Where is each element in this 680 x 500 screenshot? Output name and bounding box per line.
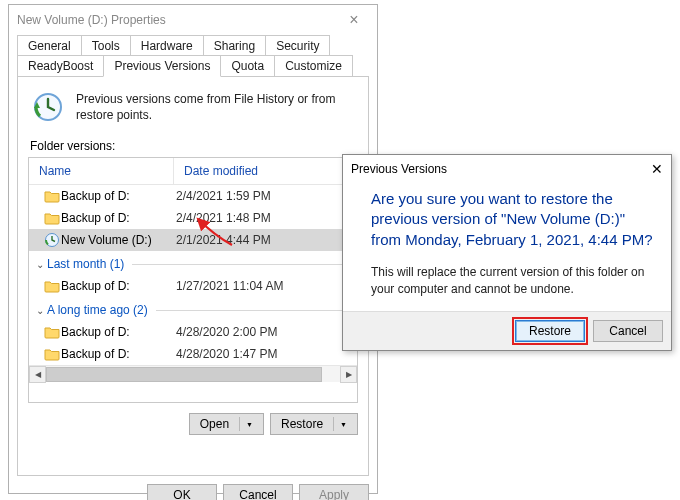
item-date: 2/1/2021 4:44 PM	[176, 233, 271, 247]
scroll-left-button[interactable]: ◀	[29, 366, 46, 383]
cancel-button[interactable]: Cancel	[223, 484, 293, 500]
tab-tools[interactable]: Tools	[81, 35, 131, 56]
chevron-down-icon: ⌄	[33, 259, 47, 270]
dialog-sub-instruction: This will replace the current version of…	[371, 264, 653, 298]
tab-sharing[interactable]: Sharing	[203, 35, 266, 56]
item-date: 1/27/2021 11:04 AM	[176, 279, 283, 293]
versions-list[interactable]: Name Date modified Backup of D: 2/4/2021…	[28, 157, 358, 403]
folder-icon	[43, 279, 61, 293]
tab-quota[interactable]: Quota	[220, 55, 275, 77]
dialog-title: Previous Versions	[351, 162, 447, 176]
item-name: Backup of D:	[61, 211, 176, 225]
list-label: Folder versions:	[30, 139, 358, 153]
chevron-down-icon: ⌄	[33, 305, 47, 316]
list-item[interactable]: Backup of D: 2/4/2021 1:59 PM	[29, 185, 357, 207]
close-icon[interactable]: ✕	[639, 161, 663, 177]
list-item[interactable]: Backup of D: 4/28/2020 1:47 PM	[29, 343, 357, 365]
item-name: New Volume (D:)	[61, 233, 176, 247]
item-date: 2/4/2021 1:59 PM	[176, 189, 271, 203]
dialog-main-instruction: Are you sure you want to restore the pre…	[371, 189, 653, 250]
folder-icon	[43, 211, 61, 225]
chevron-down-icon: ▼	[340, 421, 347, 428]
ok-button[interactable]: OK	[147, 484, 217, 500]
properties-window: New Volume (D:) Properties × General Too…	[8, 4, 378, 494]
restore-split-button[interactable]: Restore ▼	[270, 413, 358, 435]
window-title: New Volume (D:) Properties	[17, 13, 166, 27]
restore-confirm-dialog: Previous Versions ✕ Are you sure you wan…	[342, 154, 672, 351]
item-date: 2/4/2021 1:48 PM	[176, 211, 271, 225]
item-name: Backup of D:	[61, 325, 176, 339]
tab-general[interactable]: General	[17, 35, 82, 56]
close-icon[interactable]: ×	[339, 11, 369, 29]
tab-panel-previous-versions: Previous versions come from File History…	[17, 76, 369, 476]
chevron-down-icon: ▼	[246, 421, 253, 428]
item-name: Backup of D:	[61, 189, 176, 203]
titlebar[interactable]: New Volume (D:) Properties ×	[9, 5, 377, 35]
item-date: 4/28/2020 1:47 PM	[176, 347, 277, 361]
column-date[interactable]: Date modified	[174, 158, 357, 184]
list-item[interactable]: Backup of D: 1/27/2021 11:04 AM	[29, 275, 357, 297]
item-date: 4/28/2020 2:00 PM	[176, 325, 277, 339]
tab-strip: General Tools Hardware Sharing Security …	[9, 35, 377, 77]
item-name: Backup of D:	[61, 347, 176, 361]
drive-history-icon	[43, 232, 61, 248]
open-label: Open	[200, 417, 229, 431]
explain-text: Previous versions come from File History…	[76, 91, 354, 123]
list-item[interactable]: Backup of D: 2/4/2021 1:48 PM	[29, 207, 357, 229]
tab-readyboost[interactable]: ReadyBoost	[17, 55, 104, 77]
tab-hardware[interactable]: Hardware	[130, 35, 204, 56]
group-label: A long time ago (2)	[47, 303, 148, 317]
folder-icon	[43, 347, 61, 361]
tab-security[interactable]: Security	[265, 35, 330, 56]
group-last-month[interactable]: ⌄ Last month (1)	[29, 251, 357, 275]
list-header[interactable]: Name Date modified	[29, 158, 357, 185]
dialog-titlebar[interactable]: Previous Versions ✕	[343, 155, 671, 183]
tab-previous-versions[interactable]: Previous Versions	[103, 55, 221, 77]
group-label: Last month (1)	[47, 257, 124, 271]
history-clock-icon	[32, 91, 64, 123]
dialog-cancel-button[interactable]: Cancel	[593, 320, 663, 342]
item-name: Backup of D:	[61, 279, 176, 293]
horizontal-scrollbar[interactable]: ◀ ▶	[29, 365, 357, 382]
dialog-restore-button[interactable]: Restore	[515, 320, 585, 342]
list-item[interactable]: Backup of D: 4/28/2020 2:00 PM	[29, 321, 357, 343]
apply-button[interactable]: Apply	[299, 484, 369, 500]
folder-icon	[43, 325, 61, 339]
tab-customize[interactable]: Customize	[274, 55, 353, 77]
restore-label: Restore	[281, 417, 323, 431]
folder-icon	[43, 189, 61, 203]
group-long-time-ago[interactable]: ⌄ A long time ago (2)	[29, 297, 357, 321]
column-name[interactable]: Name	[29, 158, 174, 184]
scroll-right-button[interactable]: ▶	[340, 366, 357, 383]
scroll-thumb[interactable]	[46, 367, 322, 382]
open-split-button[interactable]: Open ▼	[189, 413, 264, 435]
list-item-selected[interactable]: New Volume (D:) 2/1/2021 4:44 PM	[29, 229, 357, 251]
